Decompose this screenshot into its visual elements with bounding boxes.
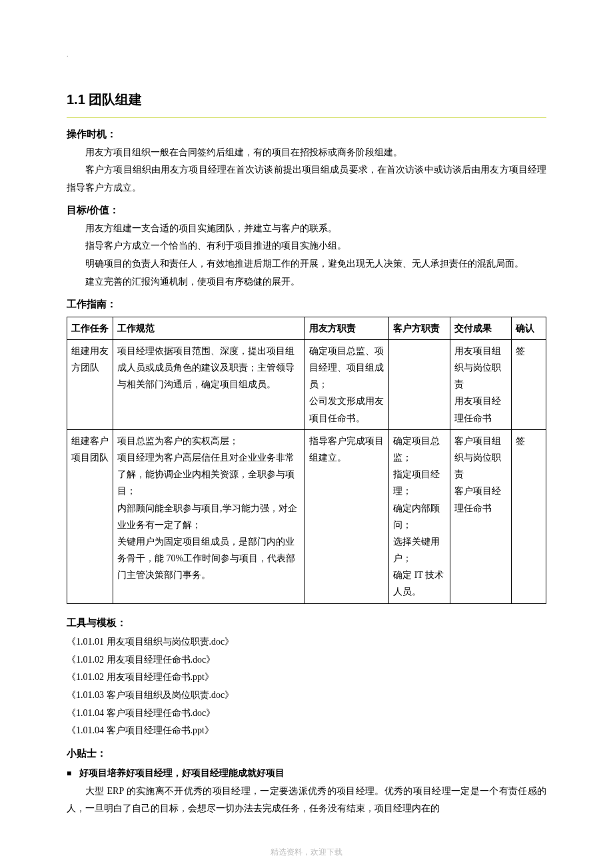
heading-guide: 工作指南： — [67, 295, 546, 314]
template-list: 《1.01.01 用友项目组织与岗位职责.doc》 《1.01.02 用友项目经… — [67, 633, 546, 740]
th-kh: 客户方职责 — [389, 317, 450, 339]
table-row: 组建用友方团队 项目经理依据项目范围、深度，提出项目组成人员或成员角色的建议及职… — [67, 339, 546, 429]
heading-tips: 小贴士： — [67, 744, 546, 763]
op-time-line-1: 用友方项目组织一般在合同签约后组建，有的项目在招投标或商务阶段组建。 — [67, 144, 546, 162]
goal-line-4: 建立完善的汇报沟通机制，使项目有序稳健的展开。 — [67, 273, 546, 291]
template-item: 《1.01.01 用友项目组织与岗位职责.doc》 — [67, 633, 546, 651]
template-item: 《1.01.03 客户项目组织及岗位职责.doc》 — [67, 687, 546, 705]
cell-task: 组建用友方团队 — [67, 339, 113, 429]
cell-yf: 指导客户完成项目组建立。 — [305, 429, 389, 603]
th-spec: 工作规范 — [113, 317, 305, 339]
heading-templates: 工具与模板： — [67, 613, 546, 633]
th-conf: 确认 — [512, 317, 546, 339]
tips-list: 好项目培养好项目经理，好项目经理能成就好项目 — [67, 764, 546, 783]
page-decoration-dot: . — [67, 48, 69, 61]
section-title: 1.1 团队组建 — [67, 87, 546, 112]
cell-kh — [389, 339, 450, 429]
template-item: 《1.01.02 用友项目经理任命书.ppt》 — [67, 669, 546, 687]
divider — [67, 117, 546, 118]
tip-bullet-text: 好项目培养好项目经理，好项目经理能成就好项目 — [79, 767, 285, 778]
goal-line-3: 明确项目的负责人和责任人，有效地推进后期工作的开展，避免出现无人决策、无人承担责… — [67, 255, 546, 273]
cell-yf: 确定项目总监、项目经理、项目组成员；公司发文形成用友项目任命书。 — [305, 339, 389, 429]
cell-task: 组建客户项目团队 — [67, 429, 113, 603]
goal-line-1: 用友方组建一支合适的项目实施团队，并建立与客户的联系。 — [67, 220, 546, 238]
table-row: 组建客户项目团队 项目总监为客户的实权高层；项目经理为客户高层信任且对企业业务非… — [67, 429, 546, 603]
table-header-row: 工作任务 工作规范 用友方职责 客户方职责 交付成果 确认 — [67, 317, 546, 339]
th-task: 工作任务 — [67, 317, 113, 339]
cell-conf: 签 — [512, 429, 546, 603]
cell-deliv: 用友项目组织与岗位职责用友项目经理任命书 — [450, 339, 512, 429]
goal-line-2: 指导客户方成立一个恰当的、有利于项目推进的项目实施小组。 — [67, 237, 546, 255]
cell-kh: 确定项目总监；指定项目经理；确定内部顾问；选择关键用户；确定 IT 技术人员。 — [389, 429, 450, 603]
cell-spec: 项目总监为客户的实权高层；项目经理为客户高层信任且对企业业务非常了解，能协调企业… — [113, 429, 305, 603]
page-footer: 精选资料，欢迎下载 — [67, 845, 546, 860]
heading-goal: 目标/价值： — [67, 201, 546, 220]
tip-bullet: 好项目培养好项目经理，好项目经理能成就好项目 — [67, 764, 546, 783]
template-item: 《1.01.04 客户项目经理任命书.ppt》 — [67, 722, 546, 740]
th-yf: 用友方职责 — [305, 317, 389, 339]
work-guide-table: 工作任务 工作规范 用友方职责 客户方职责 交付成果 确认 组建用友方团队 项目… — [67, 317, 546, 604]
template-item: 《1.01.04 客户项目经理任命书.doc》 — [67, 705, 546, 723]
cell-spec: 项目经理依据项目范围、深度，提出项目组成人员或成员角色的建议及职责；主管领导与相… — [113, 339, 305, 429]
cell-deliv: 客户项目组织与岗位职责客户项目经理任命书 — [450, 429, 512, 603]
th-deliv: 交付成果 — [450, 317, 512, 339]
op-time-line-2: 客户方项目组织由用友方项目经理在首次访谈前提出项目组成员要求，在首次访谈中或访谈… — [67, 161, 546, 197]
tip-paragraph: 大型 ERP 的实施离不开优秀的项目经理，一定要选派优秀的项目经理。优秀的项目经… — [67, 783, 546, 818]
cell-conf: 签 — [512, 339, 546, 429]
heading-op-time: 操作时机： — [67, 125, 546, 144]
template-item: 《1.01.02 用友项目经理任命书.doc》 — [67, 651, 546, 669]
